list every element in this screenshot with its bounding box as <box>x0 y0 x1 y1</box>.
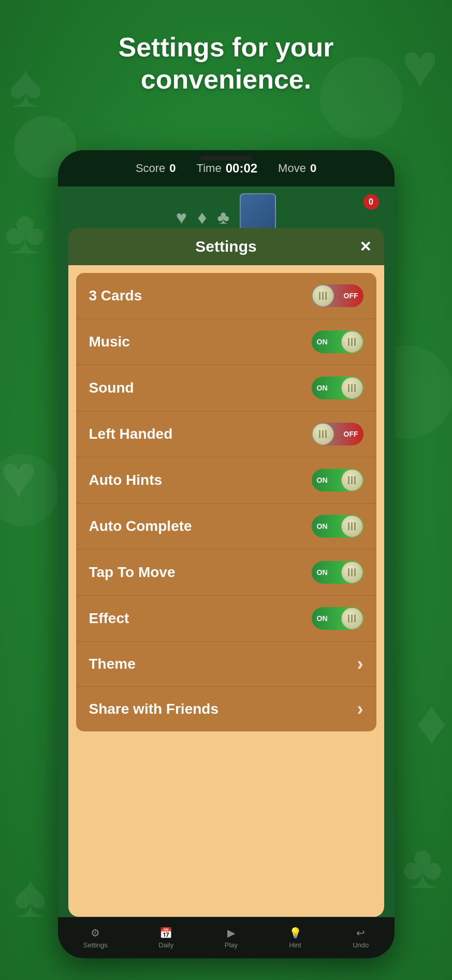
auto-complete-toggle[interactable]: ON <box>312 515 363 538</box>
settings-title: Settings <box>195 238 256 255</box>
score-value: 0 <box>169 162 176 175</box>
page-title: Settings for your convenience. <box>0 31 452 96</box>
nav-settings[interactable]: ⚙ Settings <box>83 927 108 949</box>
music-state: ON <box>317 338 328 346</box>
bottom-nav: ⚙ Settings 📅 Daily ▶ Play 💡 Hint ↩ Undo <box>58 917 395 958</box>
bg-suit-3: ♣ <box>5 196 46 267</box>
theme-label: Theme <box>89 656 136 672</box>
music-label: Music <box>89 334 130 350</box>
left-handed-state: OFF <box>344 430 358 438</box>
bg-suit-4: ♦ <box>416 686 447 757</box>
settings-item-auto-complete[interactable]: Auto Complete ON <box>76 503 376 550</box>
settings-nav-icon: ⚙ <box>91 927 100 939</box>
tap-to-move-toggle[interactable]: ON <box>312 561 363 584</box>
nav-undo[interactable]: ↩ Undo <box>353 927 369 949</box>
share-arrow: › <box>357 698 363 720</box>
auto-hints-label: Auto Hints <box>89 472 163 488</box>
play-nav-label: Play <box>225 941 238 949</box>
tap-to-move-state: ON <box>317 568 328 577</box>
settings-item-theme[interactable]: Theme › <box>76 642 376 687</box>
settings-item-left-handed[interactable]: Left Handed OFF <box>76 411 376 457</box>
settings-item-auto-hints[interactable]: Auto Hints ON <box>76 457 376 503</box>
settings-item-3cards[interactable]: 3 Cards OFF <box>76 273 376 319</box>
3cards-label: 3 Cards <box>89 287 142 304</box>
phone-notch <box>200 156 252 161</box>
score-label: Score <box>136 162 165 175</box>
bg-suit-7: ♥ <box>0 441 37 512</box>
auto-complete-state: ON <box>317 522 328 530</box>
sound-knob <box>341 377 363 399</box>
auto-complete-label: Auto Complete <box>89 518 192 535</box>
sound-state: ON <box>317 384 328 392</box>
share-label: Share with Friends <box>89 701 219 717</box>
close-button[interactable]: ✕ <box>359 238 371 255</box>
effect-knob <box>341 608 363 629</box>
sound-label: Sound <box>89 380 134 396</box>
settings-list: 3 Cards OFF <box>76 273 376 731</box>
settings-item-effect[interactable]: Effect ON <box>76 596 376 642</box>
move-stat: Move 0 <box>278 162 316 175</box>
bg-suit-5: ♠ <box>13 859 47 931</box>
3cards-toggle[interactable]: OFF <box>312 284 363 307</box>
undo-nav-label: Undo <box>353 941 369 949</box>
effect-toggle[interactable]: ON <box>312 607 363 630</box>
time-label: Time <box>197 162 222 175</box>
time-stat: Time 00:02 <box>197 161 257 176</box>
bg-suit-6: ♣ <box>402 830 443 902</box>
settings-nav-label: Settings <box>83 941 108 949</box>
left-handed-knob <box>312 423 334 445</box>
nav-play[interactable]: ▶ Play <box>225 927 238 949</box>
daily-nav-label: Daily <box>158 941 173 949</box>
settings-item-share[interactable]: Share with Friends › <box>76 687 376 731</box>
settings-item-sound[interactable]: Sound ON <box>76 365 376 411</box>
move-label: Move <box>278 162 306 175</box>
play-nav-icon: ▶ <box>227 927 235 939</box>
auto-hints-state: ON <box>317 476 328 484</box>
time-value: 00:02 <box>226 161 257 176</box>
3cards-knob <box>312 285 334 307</box>
phone-screen: Score 0 Time 00:02 Move 0 ♥ ♦ ♣ 0 <box>58 150 395 958</box>
music-knob <box>341 331 363 353</box>
left-handed-toggle[interactable]: OFF <box>312 423 363 445</box>
heart-suit: ♥ <box>176 207 187 228</box>
undo-nav-icon: ↩ <box>356 927 365 939</box>
settings-item-music[interactable]: Music ON <box>76 319 376 365</box>
notification-badge: 0 <box>363 194 379 210</box>
hint-nav-label: Hint <box>289 941 301 949</box>
tap-to-move-knob <box>341 561 363 583</box>
auto-hints-toggle[interactable]: ON <box>312 469 363 492</box>
phone-frame: Score 0 Time 00:02 Move 0 ♥ ♦ ♣ 0 <box>58 150 395 958</box>
score-stat: Score 0 <box>136 162 176 175</box>
effect-state: ON <box>317 614 328 623</box>
diamond-suit: ♦ <box>197 207 207 228</box>
club-suit: ♣ <box>217 207 230 228</box>
settings-item-tap-to-move[interactable]: Tap To Move ON <box>76 550 376 596</box>
daily-nav-icon: 📅 <box>159 927 172 939</box>
hint-nav-icon: 💡 <box>289 927 302 939</box>
sound-toggle[interactable]: ON <box>312 377 363 399</box>
3cards-state: OFF <box>344 292 358 300</box>
nav-hint[interactable]: 💡 Hint <box>289 927 302 949</box>
tap-to-move-label: Tap To Move <box>89 564 176 581</box>
settings-modal: Settings ✕ 3 Cards <box>68 228 384 917</box>
effect-label: Effect <box>89 610 129 627</box>
theme-arrow: › <box>357 653 363 675</box>
game-bar: Score 0 Time 00:02 Move 0 <box>58 150 395 186</box>
move-value: 0 <box>310 162 316 175</box>
auto-complete-knob <box>341 515 363 537</box>
left-handed-label: Left Handed <box>89 426 173 442</box>
settings-body: 3 Cards OFF <box>68 265 384 917</box>
nav-daily[interactable]: 📅 Daily <box>158 927 173 949</box>
music-toggle[interactable]: ON <box>312 330 363 353</box>
settings-header: Settings ✕ <box>68 228 384 265</box>
auto-hints-knob <box>341 469 363 491</box>
